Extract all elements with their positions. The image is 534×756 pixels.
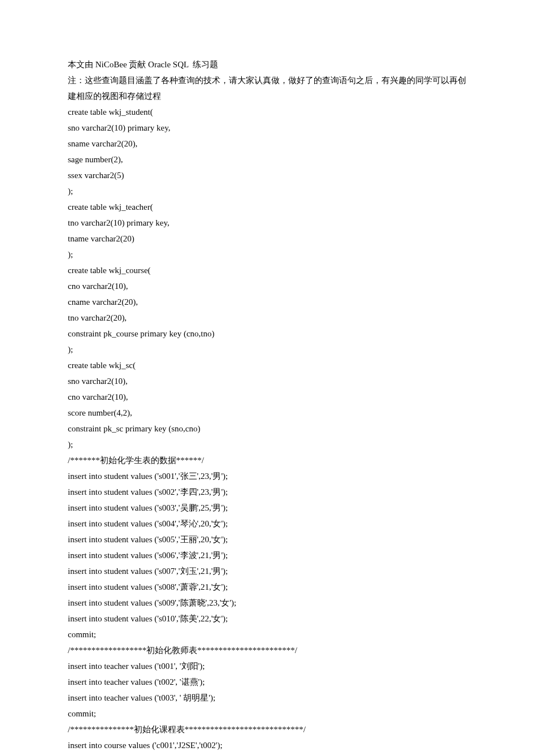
text-line: commit; <box>68 706 466 722</box>
text-line: 注：这些查询题目涵盖了各种查询的技术，请大家认真做，做好了的查询语句之后，有兴趣… <box>68 72 466 104</box>
text-line: sage number(2), <box>68 152 466 167</box>
text-line: insert into teacher values ('t003', ' 胡明… <box>68 690 466 706</box>
text-line: cname varchar2(20), <box>68 294 466 310</box>
text-line: /******************初始化教师表***************… <box>68 642 466 658</box>
text-line: insert into course values ('c001','J2SE'… <box>68 737 466 753</box>
document-content: 本文由 NiCoBee 贡献 Oracle SQL 练习题注：这些查询题目涵盖了… <box>68 57 466 753</box>
text-line: cno varchar2(10), <box>68 389 466 405</box>
text-line: ); <box>68 437 466 452</box>
text-line: create table wkj_course( <box>68 262 466 278</box>
text-line: ); <box>68 247 466 262</box>
text-line: /***************初始化课程表******************… <box>68 722 466 737</box>
text-line: create table wkj_student( <box>68 104 466 120</box>
text-line: constraint pk_course primary key (cno,tn… <box>68 326 466 342</box>
text-line: ); <box>68 183 466 199</box>
text-line: insert into teacher values ('t001', '刘阳'… <box>68 658 466 674</box>
text-line: cno varchar2(10), <box>68 278 466 294</box>
text-line: /*******初始化学生表的数据******/ <box>68 452 466 468</box>
text-line: insert into student values ('s004','琴沁',… <box>68 516 466 532</box>
text-line: sname varchar2(20), <box>68 136 466 152</box>
document-page: 本文由 NiCoBee 贡献 Oracle SQL 练习题注：这些查询题目涵盖了… <box>0 0 534 756</box>
text-line: insert into student values ('s007','刘玉',… <box>68 563 466 579</box>
text-line: insert into teacher values ('t002', '谌燕'… <box>68 674 466 690</box>
text-line: insert into student values ('s002','李四',… <box>68 484 466 500</box>
text-line: sno varchar2(10) primary key, <box>68 120 466 136</box>
text-line: insert into student values ('s006','李波',… <box>68 547 466 563</box>
text-line: insert into student values ('s009','陈萧晓'… <box>68 595 466 611</box>
text-line: commit; <box>68 627 466 642</box>
text-line: insert into student values ('s001','张三',… <box>68 468 466 484</box>
text-line: tno varchar2(10) primary key, <box>68 215 466 231</box>
text-line: score number(4,2), <box>68 405 466 421</box>
text-line: 本文由 NiCoBee 贡献 Oracle SQL 练习题 <box>68 57 466 72</box>
text-line: tno varchar2(20), <box>68 310 466 326</box>
text-line: insert into student values ('s010','陈美',… <box>68 611 466 627</box>
text-line: create table wkj_sc( <box>68 357 466 373</box>
text-line: ); <box>68 342 466 357</box>
text-line: insert into student values ('s003','吴鹏',… <box>68 500 466 516</box>
text-line: ssex varchar2(5) <box>68 167 466 183</box>
text-line: insert into student values ('s008','萧蓉',… <box>68 579 466 595</box>
text-line: create table wkj_teacher( <box>68 199 466 215</box>
text-line: constraint pk_sc primary key (sno,cno) <box>68 421 466 437</box>
text-line: insert into student values ('s005','王丽',… <box>68 532 466 547</box>
text-line: sno varchar2(10), <box>68 373 466 389</box>
text-line: tname varchar2(20) <box>68 231 466 247</box>
